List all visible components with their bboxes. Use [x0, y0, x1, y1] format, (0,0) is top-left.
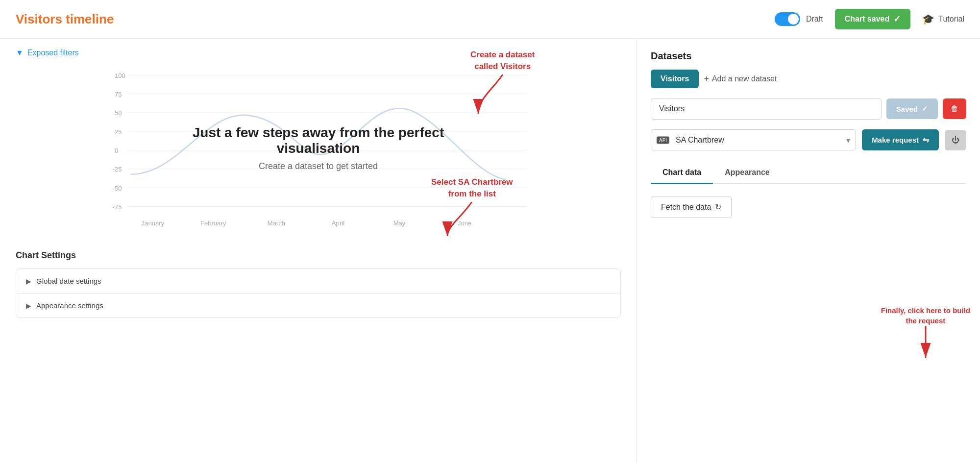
svg-text:March: March: [268, 219, 285, 227]
chevron-right-icon: ▶: [26, 277, 31, 285]
settings-card: ▶ Global date settings ▶ Appearance sett…: [16, 268, 621, 318]
dataset-name-row: Saved ✓ 🗑: [651, 98, 966, 120]
filter-icon: ▼: [16, 49, 24, 57]
global-date-settings-item[interactable]: ▶ Global date settings: [16, 269, 620, 293]
appearance-settings-label: Appearance settings: [36, 301, 103, 310]
add-dataset-button[interactable]: + Add a new dataset: [704, 74, 777, 84]
saved-label: Saved: [896, 105, 918, 113]
svg-text:25: 25: [115, 128, 122, 136]
dataset-name-input[interactable]: [651, 98, 882, 120]
appearance-tab[interactable]: Appearance: [713, 162, 782, 184]
plug-icon: ⏻: [952, 136, 959, 144]
datasets-title: Datasets: [651, 50, 966, 62]
svg-text:-75: -75: [113, 203, 122, 211]
svg-text:75: 75: [115, 91, 122, 98]
right-panel: Datasets Visitors + Add a new dataset Sa…: [637, 39, 980, 463]
exposed-filters-label: Exposed filters: [27, 49, 79, 57]
trash-icon: 🗑: [951, 104, 958, 113]
appearance-settings-item[interactable]: ▶ Appearance settings: [16, 293, 620, 317]
exposed-filters[interactable]: ▼ Exposed filters: [16, 49, 621, 57]
tutorial-link[interactable]: 🎓 Tutorial: [922, 13, 964, 25]
delete-dataset-button[interactable]: 🗑: [943, 98, 966, 119]
data-tabs: Chart data Appearance: [651, 162, 966, 184]
connection-select-wrapper: API SA Chartbrew ▾: [651, 129, 856, 150]
plug-button[interactable]: ⏻: [945, 130, 966, 150]
draft-toggle[interactable]: [775, 12, 800, 26]
visitors-dataset-tab[interactable]: Visitors: [651, 70, 699, 88]
svg-text:April: April: [332, 219, 344, 227]
chevron-right-icon-2: ▶: [26, 302, 31, 310]
svg-text:50: 50: [115, 109, 122, 117]
svg-text:June: June: [458, 219, 471, 227]
chart-settings-title: Chart Settings: [16, 250, 621, 261]
make-request-label: Make request: [872, 136, 919, 144]
add-dataset-label: Add a new dataset: [712, 74, 777, 83]
wifi-icon: ⇋: [923, 135, 929, 145]
tutorial-label: Tutorial: [938, 15, 964, 24]
chart-saved-button[interactable]: Chart saved ✓: [835, 9, 911, 29]
chart-data-tab[interactable]: Chart data: [651, 162, 713, 184]
plus-icon: +: [704, 74, 709, 84]
global-date-label: Global date settings: [36, 277, 101, 285]
fetch-data-label: Fetch the data: [661, 203, 711, 212]
saved-button[interactable]: Saved ✓: [886, 98, 938, 119]
draft-label: Draft: [806, 15, 823, 24]
svg-text:May: May: [393, 219, 406, 227]
svg-text:-50: -50: [113, 185, 122, 192]
svg-text:January: January: [142, 219, 165, 227]
svg-text:0: 0: [115, 147, 118, 154]
make-request-button[interactable]: Make request ⇋: [862, 129, 939, 150]
mortarboard-icon: 🎓: [922, 13, 934, 25]
page-title: Visitors timeline: [16, 12, 763, 27]
fetch-data-button[interactable]: Fetch the data ↻: [651, 196, 732, 218]
chart-saved-label: Chart saved: [845, 15, 890, 24]
saved-check-icon: ✓: [922, 104, 928, 113]
chart-area: 100 75 50 25 0 -25 -50 -75: [16, 67, 621, 239]
annotation-make-request: Finally, click here to buildthe request: [881, 305, 970, 365]
refresh-icon: ↻: [715, 202, 721, 212]
chart-settings-section: Chart Settings ▶ Global date settings ▶ …: [16, 250, 621, 318]
svg-text:February: February: [200, 219, 226, 227]
dataset-tabs: Visitors + Add a new dataset: [651, 70, 966, 88]
check-icon: ✓: [893, 14, 901, 24]
connection-select[interactable]: SA Chartbrew: [651, 129, 856, 150]
connection-row: API SA Chartbrew ▾ Make request ⇋ ⏻: [651, 129, 966, 150]
svg-text:-25: -25: [113, 166, 122, 173]
svg-text:100: 100: [115, 72, 125, 79]
